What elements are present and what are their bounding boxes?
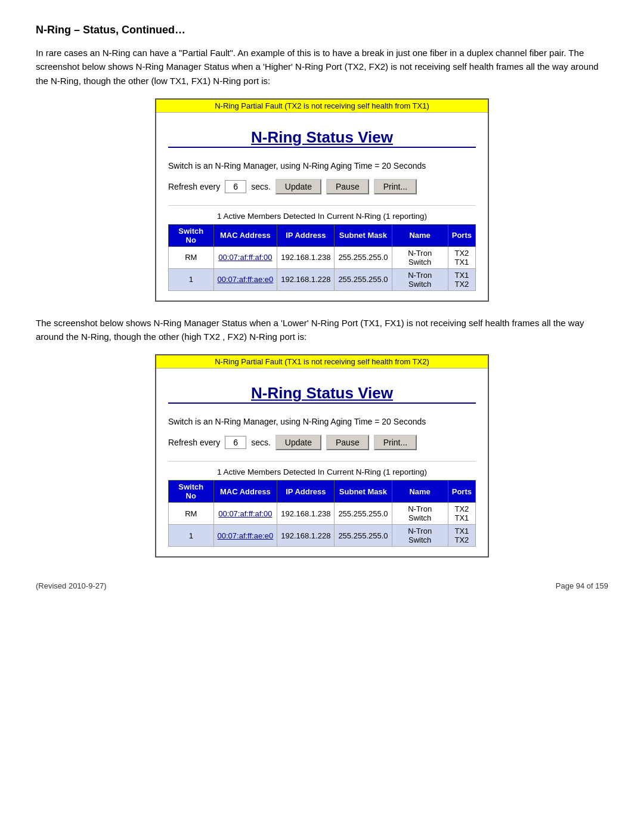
table-row: 1 00:07:af:ff:ae:e0 192.168.1.228 255.25… — [169, 525, 476, 547]
screenshot2-manager-line: Switch is an N-Ring Manager, using N-Rin… — [168, 417, 476, 426]
cell-ip: 192.168.1.228 — [277, 268, 335, 290]
mac-link[interactable]: 00:07:af:ff:af:00 — [218, 509, 272, 518]
screenshot2-divider — [168, 461, 476, 462]
screenshot2-status-bar: N-Ring Partial Fault (TX1 is not receivi… — [156, 355, 488, 368]
screenshot1-manager-line: Switch is an N-Ring Manager, using N-Rin… — [168, 161, 476, 171]
cell-subnet: 255.255.255.0 — [335, 503, 392, 525]
cell-subnet: 255.255.255.0 — [335, 268, 392, 290]
cell-name: N-Tron Switch — [392, 246, 448, 268]
cell-ip: 192.168.1.238 — [277, 246, 335, 268]
col-subnet: Subnet Mask — [335, 481, 392, 503]
screenshot1-controls: Refresh every secs. Update Pause Print..… — [168, 179, 476, 194]
col-mac: MAC Address — [213, 224, 277, 246]
screenshot2-controls: Refresh every secs. Update Pause Print..… — [168, 435, 476, 450]
cell-switch-no: RM — [169, 246, 214, 268]
footer: (Revised 2010-9-27) Page 94 of 159 — [36, 581, 608, 590]
intro-text: In rare cases an N-Ring can have a "Part… — [36, 46, 608, 88]
col-ip: IP Address — [277, 224, 335, 246]
mac-link[interactable]: 00:07:af:ff:af:00 — [218, 253, 272, 262]
cell-ip: 192.168.1.228 — [277, 525, 335, 547]
footer-page: Page 94 of 159 — [556, 581, 608, 590]
screenshot1-update-button[interactable]: Update — [275, 179, 321, 194]
screenshot1-print-button[interactable]: Print... — [374, 179, 417, 194]
screenshot1-title: N-Ring Status View — [168, 128, 476, 148]
screenshot1-active-members: 1 Active Members Detected In Current N-R… — [168, 212, 476, 221]
footer-revised: (Revised 2010-9-27) — [36, 581, 107, 590]
screenshot2-secs-label: secs. — [251, 438, 271, 447]
mac-link[interactable]: 00:07:af:ff:ae:e0 — [218, 531, 274, 540]
cell-ports: TX1TX2 — [448, 525, 475, 547]
cell-switch-no: 1 — [169, 268, 214, 290]
col-ports: Ports — [448, 481, 475, 503]
screenshot2-title: N-Ring Status View — [168, 384, 476, 404]
cell-subnet: 255.255.255.0 — [335, 246, 392, 268]
cell-switch-no: RM — [169, 503, 214, 525]
table-row: RM 00:07:af:ff:af:00 192.168.1.238 255.2… — [169, 246, 476, 268]
screenshot2-pause-button[interactable]: Pause — [326, 435, 369, 450]
col-mac: MAC Address — [213, 481, 277, 503]
screenshot2-refresh-label: Refresh every — [168, 438, 220, 447]
col-switch-no: Switch No — [169, 481, 214, 503]
cell-name: N-Tron Switch — [392, 525, 448, 547]
col-switch-no: Switch No — [169, 224, 214, 246]
screenshot2-print-button[interactable]: Print... — [374, 435, 417, 450]
screenshot1-refresh-label: Refresh every — [168, 182, 220, 191]
col-ip: IP Address — [277, 481, 335, 503]
cell-subnet: 255.255.255.0 — [335, 525, 392, 547]
col-name: Name — [392, 224, 448, 246]
screenshot2-active-members: 1 Active Members Detected In Current N-R… — [168, 467, 476, 476]
cell-ports: TX2TX1 — [448, 503, 475, 525]
screenshot1-status-bar: N-Ring Partial Fault (TX2 is not receivi… — [156, 100, 488, 113]
cell-mac: 00:07:af:ff:ae:e0 — [213, 525, 277, 547]
cell-name: N-Tron Switch — [392, 268, 448, 290]
cell-ports: TX2TX1 — [448, 246, 475, 268]
screenshot2-refresh-input[interactable] — [225, 436, 246, 449]
cell-mac: 00:07:af:ff:af:00 — [213, 503, 277, 525]
screenshot2-box: N-Ring Partial Fault (TX1 is not receivi… — [155, 354, 489, 558]
screenshot1-refresh-input[interactable] — [225, 180, 246, 193]
screenshot1-secs-label: secs. — [251, 182, 271, 191]
cell-mac: 00:07:af:ff:ae:e0 — [213, 268, 277, 290]
col-subnet: Subnet Mask — [335, 224, 392, 246]
cell-ports: TX1TX2 — [448, 268, 475, 290]
mac-link[interactable]: 00:07:af:ff:ae:e0 — [218, 275, 274, 284]
middle-text: The screenshot below shows N-Ring Manage… — [36, 316, 608, 344]
screenshot1-table: Switch No MAC Address IP Address Subnet … — [168, 224, 476, 291]
screenshot2-table: Switch No MAC Address IP Address Subnet … — [168, 480, 476, 547]
col-ports: Ports — [448, 224, 475, 246]
page-heading: N-Ring – Status, Continued… — [36, 24, 608, 36]
col-name: Name — [392, 481, 448, 503]
table-row: 1 00:07:af:ff:ae:e0 192.168.1.228 255.25… — [169, 268, 476, 290]
screenshot1-pause-button[interactable]: Pause — [326, 179, 369, 194]
cell-ip: 192.168.1.238 — [277, 503, 335, 525]
screenshot1-divider — [168, 205, 476, 206]
cell-switch-no: 1 — [169, 525, 214, 547]
screenshot2-update-button[interactable]: Update — [275, 435, 321, 450]
table-row: RM 00:07:af:ff:af:00 192.168.1.238 255.2… — [169, 503, 476, 525]
cell-name: N-Tron Switch — [392, 503, 448, 525]
cell-mac: 00:07:af:ff:af:00 — [213, 246, 277, 268]
screenshot1-box: N-Ring Partial Fault (TX2 is not receivi… — [155, 98, 489, 302]
